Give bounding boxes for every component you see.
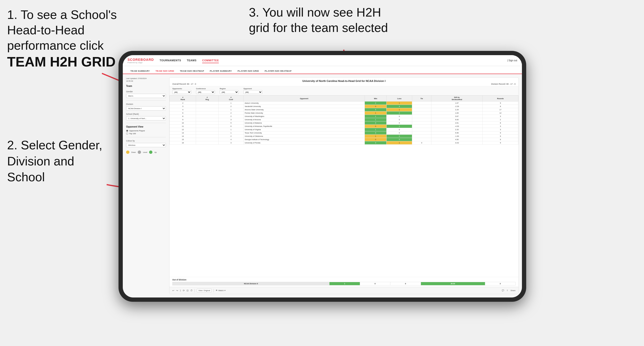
tablet-screen: SCOREBOARD Powered by clippi TOURNAMENTS… [123, 55, 522, 298]
divider2 [126, 123, 166, 123]
radio-top100[interactable]: Top 100 [126, 133, 166, 135]
cell-conf: 1 [218, 108, 244, 112]
view-original-button[interactable]: View: Original [197, 289, 212, 292]
instruction-step3: 3. You will now see H2H grid for the tea… [249, 5, 391, 35]
cell-win: 3 [364, 131, 386, 135]
cell-tie [412, 128, 431, 131]
subnav-player-summary[interactable]: PLAYER SUMMARY [207, 70, 235, 74]
crop-button[interactable]: ⊡ [186, 289, 188, 292]
cell-conf: 3 [218, 118, 244, 121]
cell-reg [196, 102, 218, 105]
opponents-select[interactable]: (All) [172, 90, 191, 94]
cell-tie [412, 112, 431, 115]
cell-reg [196, 135, 218, 138]
table-row: 11 6 University of Arkansas, Fayettevill… [170, 125, 518, 128]
col-rank: #Rank [170, 96, 196, 102]
nav-committee[interactable]: COMMITTEE [202, 58, 219, 63]
cell-diff: 3.67 [431, 115, 482, 118]
cell-diff: -6.42 [431, 141, 482, 145]
cell-rank: 4 [170, 108, 196, 112]
grid-records: Overall Record: 89 - 17 - 0 Division Rec… [172, 83, 516, 85]
region-select[interactable]: (All) [220, 90, 239, 94]
cell-conf: 1 [218, 131, 244, 135]
cell-tie [412, 131, 431, 135]
cell-rank: 8 [170, 115, 196, 118]
subnav-player-h2h-grid[interactable]: PLAYER H2H GRID [235, 70, 262, 74]
gender-select[interactable]: Men's [126, 94, 166, 98]
cell-rounds: 9 [482, 141, 518, 145]
cell-rounds: 9 [482, 138, 518, 141]
divider3 [126, 137, 166, 137]
cell-opponent: University of Arizona [244, 118, 365, 121]
nav-tournaments[interactable]: TOURNAMENTS [160, 58, 181, 63]
subnav-team-h2h-grid[interactable]: TEAM H2H GRID [153, 70, 177, 74]
cell-opponent: Arizona State University [244, 108, 365, 112]
clock-button[interactable]: ⏱ [190, 289, 193, 292]
cell-tie [412, 121, 431, 125]
subnav-team-summary[interactable]: TEAM SUMMARY [128, 70, 153, 74]
grid-header: University of North Carolina Head-to-Hea… [170, 78, 518, 86]
left-panel: Last Updated: 27/03/2024 16:55:38 Team G… [126, 77, 166, 294]
cell-tie [412, 118, 431, 121]
cell-tie [412, 102, 431, 105]
cell-loss: 0 [386, 118, 412, 121]
colour-by-group: Colour by Win/loss [126, 140, 166, 147]
cell-conf: 6 [218, 125, 244, 128]
cell-rank: 15 [170, 138, 196, 141]
share-label[interactable]: Share [510, 289, 516, 292]
cell-win: 1 [364, 112, 386, 115]
radio-opponents-played[interactable]: Opponents Played [126, 130, 166, 132]
cell-diff: 9.00 [431, 118, 482, 121]
main-content: Last Updated: 27/03/2024 16:55:38 Team G… [123, 74, 522, 298]
refresh-button[interactable]: ⟳ [183, 289, 185, 292]
cell-diff: 4.50 [431, 138, 482, 141]
subnav-player-h2h-heatmap[interactable]: PLAYER H2H HEATMAP [262, 70, 294, 74]
school-select[interactable]: 1. University of Nort... [126, 116, 166, 121]
opponent-filter-select[interactable]: (All) [244, 90, 262, 94]
subnav-team-h2h-heatmap[interactable]: TEAM H2H HEATMAP [177, 70, 207, 74]
table-row: 13 1 Texas Tech University 3 0 5.56 9 [170, 131, 518, 135]
ood-team-name: NCAA Division II [172, 282, 330, 285]
logo-text: SCOREBOARD [128, 58, 154, 61]
cell-opponent: University of Washington [244, 115, 365, 118]
colour-by-label: Colour by [126, 140, 166, 142]
cell-reg [196, 138, 218, 141]
cell-opponent: Auburn University [244, 102, 365, 105]
cell-conf: 1 [218, 102, 244, 105]
cell-rounds: 9 [482, 131, 518, 135]
cell-opponent: University of Alabama [244, 121, 365, 125]
colour-by-select[interactable]: Win/loss [126, 143, 166, 147]
radio-dot-opponents [126, 130, 128, 132]
cell-opponent: University of Arkansas, Fayetteville [244, 125, 365, 128]
nav-teams[interactable]: TEAMS [187, 58, 196, 63]
share-icon[interactable]: ⇧ [506, 289, 508, 292]
gender-group: Gender Men's [126, 90, 166, 98]
conference-select[interactable]: (All) [196, 90, 215, 94]
cell-tie [412, 105, 431, 108]
cell-reg [196, 118, 218, 121]
cell-rounds: 8 [482, 121, 518, 125]
undo-button[interactable]: ↩ [172, 289, 174, 292]
colour-dot-level [138, 151, 141, 154]
filter-region: Region (All) [220, 88, 239, 94]
cell-conf: 2 [218, 135, 244, 138]
nav-bar: SCOREBOARD Powered by clippi TOURNAMENTS… [123, 55, 522, 66]
cell-diff: 1.67 [431, 102, 482, 105]
comment-icon[interactable]: 💬 [502, 289, 504, 292]
cell-diff: -4.33 [431, 125, 482, 128]
forward-button[interactable]: ⟩ [180, 289, 181, 292]
school-group: School (Rank) 1. University of Nort... [126, 113, 166, 121]
division-select[interactable]: NCAA Division I [126, 106, 166, 111]
cell-rounds: 3 [482, 128, 518, 131]
nav-sign-out[interactable]: | Sign out [507, 59, 517, 62]
watch-button[interactable]: 👁 Watch ▾ [216, 289, 225, 292]
table-row: 9 3 University of Arizona 1 0 9.00 2 [170, 118, 518, 121]
table-row: 3 2 Vanderbilt University 0 4 -2.29 8 [170, 105, 518, 108]
toolbar-divider [194, 289, 195, 292]
cell-rank: 13 [170, 131, 196, 135]
cell-win: 0 [364, 125, 386, 128]
redo-button[interactable]: ↪ [176, 289, 178, 292]
col-tie: Tie [412, 96, 431, 102]
cell-opponent: Florida State University [244, 112, 365, 115]
cell-loss: 5 [386, 138, 412, 141]
